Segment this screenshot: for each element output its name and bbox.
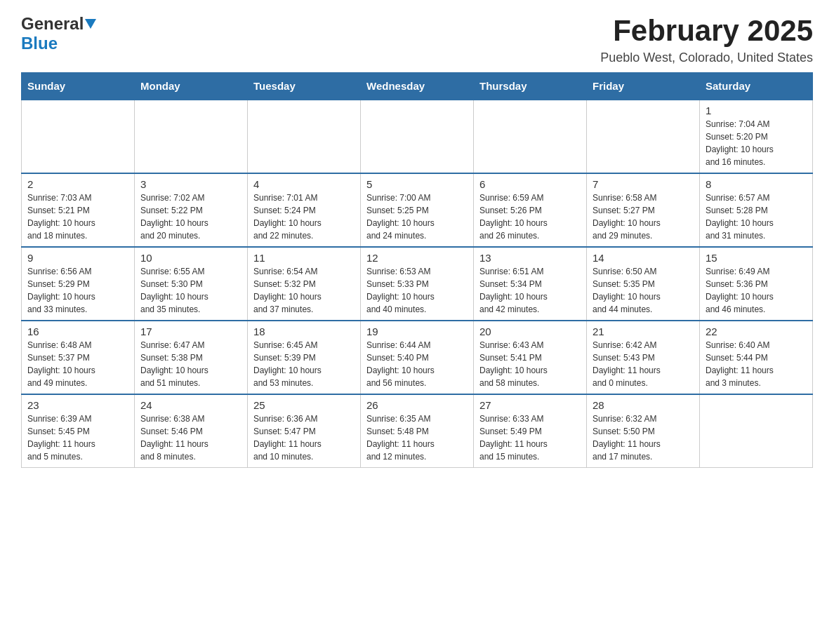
calendar-day-cell: 2Sunrise: 7:03 AMSunset: 5:21 PMDaylight… xyxy=(22,173,135,247)
day-number: 14 xyxy=(593,252,694,264)
calendar-day-cell: 11Sunrise: 6:54 AMSunset: 5:32 PMDayligh… xyxy=(248,247,361,321)
day-info: Sunrise: 6:39 AMSunset: 5:45 PMDaylight:… xyxy=(27,412,128,463)
day-info: Sunrise: 7:00 AMSunset: 5:25 PMDaylight:… xyxy=(366,192,468,242)
weekday-header-wednesday: Wednesday xyxy=(361,73,474,100)
location-subtitle: Pueblo West, Colorado, United States xyxy=(600,51,813,65)
calendar-table: SundayMondayTuesdayWednesdayThursdayFrid… xyxy=(21,72,813,468)
calendar-day-cell: 15Sunrise: 6:49 AMSunset: 5:36 PMDayligh… xyxy=(700,247,813,321)
day-number: 13 xyxy=(479,252,581,264)
day-info: Sunrise: 6:43 AMSunset: 5:41 PMDaylight:… xyxy=(479,339,581,389)
calendar-day-cell: 16Sunrise: 6:48 AMSunset: 5:37 PMDayligh… xyxy=(22,321,135,394)
day-number: 22 xyxy=(706,326,807,337)
svg-marker-0 xyxy=(85,19,96,29)
day-info: Sunrise: 6:38 AMSunset: 5:46 PMDaylight:… xyxy=(140,412,241,463)
calendar-day-cell xyxy=(22,100,135,173)
calendar-day-cell: 4Sunrise: 7:01 AMSunset: 5:24 PMDaylight… xyxy=(248,173,361,247)
day-number: 6 xyxy=(479,178,581,190)
calendar-day-cell: 5Sunrise: 7:00 AMSunset: 5:25 PMDaylight… xyxy=(361,173,474,247)
calendar-day-cell: 27Sunrise: 6:33 AMSunset: 5:49 PMDayligh… xyxy=(474,394,587,468)
day-info: Sunrise: 7:04 AMSunset: 5:20 PMDaylight:… xyxy=(706,118,807,168)
logo-blue-text: Blue xyxy=(21,34,58,53)
day-info: Sunrise: 6:57 AMSunset: 5:28 PMDaylight:… xyxy=(706,192,807,242)
logo: General Blue xyxy=(21,14,96,53)
day-number: 25 xyxy=(253,399,355,411)
day-info: Sunrise: 6:35 AMSunset: 5:48 PMDaylight:… xyxy=(366,412,468,463)
day-number: 23 xyxy=(27,399,128,411)
calendar-day-cell: 23Sunrise: 6:39 AMSunset: 5:45 PMDayligh… xyxy=(22,394,135,468)
day-number: 7 xyxy=(593,178,694,190)
day-info: Sunrise: 6:56 AMSunset: 5:29 PMDaylight:… xyxy=(27,265,128,316)
calendar-day-cell: 20Sunrise: 6:43 AMSunset: 5:41 PMDayligh… xyxy=(474,321,587,394)
calendar-day-cell xyxy=(700,394,813,468)
logo-triangle-icon xyxy=(85,19,96,30)
day-info: Sunrise: 6:50 AMSunset: 5:35 PMDaylight:… xyxy=(593,265,694,316)
day-number: 24 xyxy=(140,399,241,411)
day-info: Sunrise: 6:58 AMSunset: 5:27 PMDaylight:… xyxy=(593,192,694,242)
day-number: 11 xyxy=(253,252,355,264)
day-number: 19 xyxy=(366,326,468,337)
calendar-day-cell xyxy=(361,100,474,173)
month-title: February 2025 xyxy=(600,14,813,48)
calendar-header-row: SundayMondayTuesdayWednesdayThursdayFrid… xyxy=(22,73,813,100)
day-number: 28 xyxy=(593,399,694,411)
calendar-week-row: 23Sunrise: 6:39 AMSunset: 5:45 PMDayligh… xyxy=(22,394,813,468)
day-info: Sunrise: 6:53 AMSunset: 5:33 PMDaylight:… xyxy=(366,265,468,316)
day-info: Sunrise: 6:59 AMSunset: 5:26 PMDaylight:… xyxy=(479,192,581,242)
calendar-day-cell: 19Sunrise: 6:44 AMSunset: 5:40 PMDayligh… xyxy=(361,321,474,394)
weekday-header-thursday: Thursday xyxy=(474,73,587,100)
day-number: 17 xyxy=(140,326,241,337)
day-info: Sunrise: 7:02 AMSunset: 5:22 PMDaylight:… xyxy=(140,192,241,242)
calendar-day-cell: 8Sunrise: 6:57 AMSunset: 5:28 PMDaylight… xyxy=(700,173,813,247)
day-info: Sunrise: 6:36 AMSunset: 5:47 PMDaylight:… xyxy=(253,412,355,463)
calendar-week-row: 2Sunrise: 7:03 AMSunset: 5:21 PMDaylight… xyxy=(22,173,813,247)
weekday-header-saturday: Saturday xyxy=(700,73,813,100)
calendar-day-cell: 7Sunrise: 6:58 AMSunset: 5:27 PMDaylight… xyxy=(587,173,700,247)
day-number: 12 xyxy=(366,252,468,264)
day-info: Sunrise: 6:49 AMSunset: 5:36 PMDaylight:… xyxy=(706,265,807,316)
calendar-day-cell: 1Sunrise: 7:04 AMSunset: 5:20 PMDaylight… xyxy=(700,100,813,173)
day-number: 4 xyxy=(253,178,355,190)
day-info: Sunrise: 6:33 AMSunset: 5:49 PMDaylight:… xyxy=(479,412,581,463)
day-info: Sunrise: 7:03 AMSunset: 5:21 PMDaylight:… xyxy=(27,192,128,242)
calendar-day-cell: 3Sunrise: 7:02 AMSunset: 5:22 PMDaylight… xyxy=(135,173,248,247)
weekday-header-sunday: Sunday xyxy=(22,73,135,100)
calendar-day-cell: 13Sunrise: 6:51 AMSunset: 5:34 PMDayligh… xyxy=(474,247,587,321)
calendar-day-cell: 14Sunrise: 6:50 AMSunset: 5:35 PMDayligh… xyxy=(587,247,700,321)
day-number: 8 xyxy=(706,178,807,190)
calendar-week-row: 1Sunrise: 7:04 AMSunset: 5:20 PMDaylight… xyxy=(22,100,813,173)
day-number: 16 xyxy=(27,326,128,337)
day-number: 9 xyxy=(27,252,128,264)
weekday-header-monday: Monday xyxy=(135,73,248,100)
day-info: Sunrise: 6:32 AMSunset: 5:50 PMDaylight:… xyxy=(593,412,694,463)
calendar-day-cell xyxy=(587,100,700,173)
day-info: Sunrise: 6:44 AMSunset: 5:40 PMDaylight:… xyxy=(366,339,468,389)
day-info: Sunrise: 6:51 AMSunset: 5:34 PMDaylight:… xyxy=(479,265,581,316)
day-number: 20 xyxy=(479,326,581,337)
day-number: 26 xyxy=(366,399,468,411)
page-header: General Blue February 2025 Pueblo West, … xyxy=(21,14,813,65)
day-info: Sunrise: 6:54 AMSunset: 5:32 PMDaylight:… xyxy=(253,265,355,316)
weekday-header-friday: Friday xyxy=(587,73,700,100)
day-number: 15 xyxy=(706,252,807,264)
calendar-week-row: 16Sunrise: 6:48 AMSunset: 5:37 PMDayligh… xyxy=(22,321,813,394)
day-number: 10 xyxy=(140,252,241,264)
day-number: 27 xyxy=(479,399,581,411)
calendar-day-cell: 25Sunrise: 6:36 AMSunset: 5:47 PMDayligh… xyxy=(248,394,361,468)
day-info: Sunrise: 6:47 AMSunset: 5:38 PMDaylight:… xyxy=(140,339,241,389)
calendar-day-cell: 26Sunrise: 6:35 AMSunset: 5:48 PMDayligh… xyxy=(361,394,474,468)
calendar-day-cell: 17Sunrise: 6:47 AMSunset: 5:38 PMDayligh… xyxy=(135,321,248,394)
day-info: Sunrise: 6:48 AMSunset: 5:37 PMDaylight:… xyxy=(27,339,128,389)
day-info: Sunrise: 6:45 AMSunset: 5:39 PMDaylight:… xyxy=(253,339,355,389)
day-number: 2 xyxy=(27,178,128,190)
calendar-day-cell: 22Sunrise: 6:40 AMSunset: 5:44 PMDayligh… xyxy=(700,321,813,394)
day-info: Sunrise: 6:40 AMSunset: 5:44 PMDaylight:… xyxy=(706,339,807,389)
day-number: 5 xyxy=(366,178,468,190)
logo-general-text: General xyxy=(21,14,84,34)
day-info: Sunrise: 7:01 AMSunset: 5:24 PMDaylight:… xyxy=(253,192,355,242)
day-number: 3 xyxy=(140,178,241,190)
calendar-day-cell: 24Sunrise: 6:38 AMSunset: 5:46 PMDayligh… xyxy=(135,394,248,468)
day-number: 18 xyxy=(253,326,355,337)
calendar-day-cell xyxy=(135,100,248,173)
day-info: Sunrise: 6:55 AMSunset: 5:30 PMDaylight:… xyxy=(140,265,241,316)
calendar-day-cell: 10Sunrise: 6:55 AMSunset: 5:30 PMDayligh… xyxy=(135,247,248,321)
